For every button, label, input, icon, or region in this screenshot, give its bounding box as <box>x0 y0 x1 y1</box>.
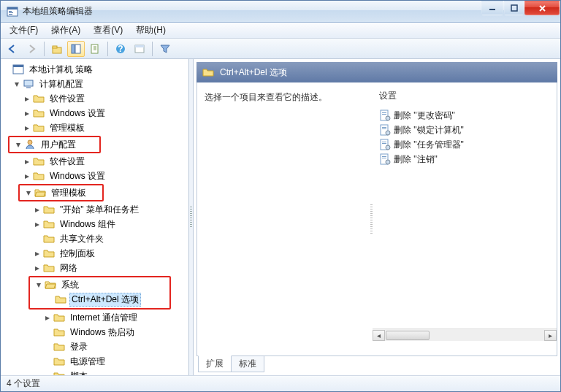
tab-standard[interactable]: 标准 <box>231 356 264 372</box>
content-title: Ctrl+Alt+Del 选项 <box>220 66 287 79</box>
tree-uc-windows[interactable]: ▸ Windows 设置 <box>2 169 188 183</box>
tree-logon[interactable]: ▸ 登录 <box>2 339 188 354</box>
tree-uc-software[interactable]: ▸ 软件设置 <box>2 154 188 169</box>
toolbar-separator <box>107 42 108 56</box>
folder-icon <box>43 218 55 230</box>
expander-expand-icon[interactable]: ▸ <box>23 94 31 103</box>
expander-collapse-icon[interactable]: ▾ <box>14 140 23 149</box>
tree-label: 软件设置 <box>47 92 87 106</box>
folder-icon <box>53 312 65 323</box>
expander-expand-icon[interactable]: ▸ <box>23 109 31 118</box>
properties-button[interactable] <box>131 41 148 57</box>
show-tree-button[interactable] <box>67 41 85 57</box>
tree-label: 管理模板 <box>47 121 87 135</box>
tree-label: 系统 <box>59 278 81 292</box>
setting-item[interactable]: 删除 "锁定计算机" <box>379 123 551 137</box>
tree-start-taskbar[interactable]: ▸ "开始" 菜单和任务栏 <box>2 202 188 217</box>
tree-computer-config[interactable]: ▾ 计算机配置 <box>2 77 188 91</box>
expander-expand-icon[interactable]: ▸ <box>23 172 31 180</box>
tree-label: 控制面板 <box>58 247 97 261</box>
tree-label: Windows 热启动 <box>68 326 137 339</box>
scroll-track[interactable] <box>385 330 544 341</box>
toolbar: ? <box>1 39 560 59</box>
description-prompt: 选择一个项目来查看它的描述。 <box>205 92 327 102</box>
svg-rect-5 <box>489 9 495 10</box>
content-body: 选择一个项目来查看它的描述。 设置 删除 "更改密码" 删除 "锁定计算机" <box>196 82 557 356</box>
folder-icon <box>33 122 45 134</box>
svg-rect-10 <box>75 45 80 53</box>
tab-extended[interactable]: 扩展 <box>198 356 232 372</box>
up-button[interactable] <box>48 41 66 57</box>
tree-root[interactable]: ▸ 本地计算机 策略 <box>2 62 188 77</box>
export-button[interactable] <box>86 41 104 57</box>
tree-label: 计算机配置 <box>37 77 85 91</box>
tree-cc-software[interactable]: ▸ 软件设置 <box>2 91 188 106</box>
svg-rect-17 <box>13 65 23 67</box>
expander-expand-icon[interactable]: ▸ <box>23 123 31 132</box>
setting-item[interactable]: 删除 "更改密码" <box>379 108 551 123</box>
tree-control-panel[interactable]: ▸ 控制面板 <box>2 246 188 261</box>
help-button[interactable]: ? <box>112 41 129 57</box>
tree-script[interactable]: ▸ 脚本 <box>2 369 188 375</box>
tree-cc-admin[interactable]: ▸ 管理模板 <box>2 120 188 135</box>
svg-rect-8 <box>53 46 57 48</box>
svg-point-24 <box>386 116 390 120</box>
menu-action[interactable]: 操作(A) <box>45 23 86 38</box>
folder-icon <box>33 93 45 104</box>
setting-item[interactable]: 删除 "注销" <box>379 152 551 166</box>
minimize-button[interactable] <box>481 1 503 15</box>
tree-hotstart[interactable]: ▸ Windows 热启动 <box>2 325 188 339</box>
tree-cad-options[interactable]: ▸ Ctrl+Alt+Del 选项 <box>30 292 169 307</box>
policy-tree[interactable]: ▸ 本地计算机 策略 ▾ 计算机配置 ▸ 软件设置 ▸ Wi <box>1 59 188 375</box>
tree-label: 管理模板 <box>49 186 88 200</box>
folder-icon <box>202 66 214 78</box>
expander-collapse-icon[interactable]: ▾ <box>24 188 33 197</box>
tree-internet-comm[interactable]: ▸ Internet 通信管理 <box>2 310 188 325</box>
tree-label: 脚本 <box>68 369 90 376</box>
maximize-button[interactable] <box>504 1 524 15</box>
tree-shared-folders[interactable]: ▸ 共享文件夹 <box>2 231 188 246</box>
close-button[interactable] <box>524 1 560 15</box>
menu-file[interactable]: 文件(F) <box>4 23 44 38</box>
scroll-thumb[interactable] <box>386 331 430 340</box>
svg-rect-31 <box>382 143 386 144</box>
tree-label: Internet 通信管理 <box>68 311 140 325</box>
policy-item-icon <box>379 109 391 121</box>
tree-system[interactable]: ▾ 系统 <box>30 277 169 292</box>
horizontal-scrollbar[interactable]: ◂ ▸ <box>373 328 557 341</box>
setting-item[interactable]: 删除 "任务管理器" <box>379 137 551 152</box>
expander-expand-icon[interactable]: ▸ <box>43 313 52 322</box>
expander-expand-icon[interactable]: ▸ <box>33 249 42 258</box>
tree-power[interactable]: ▸ 电源管理 <box>2 354 188 369</box>
expander-collapse-icon[interactable]: ▾ <box>34 280 43 289</box>
filter-button[interactable] <box>156 41 174 57</box>
expander-collapse-icon[interactable]: ▾ <box>12 80 21 88</box>
highlight-user-config: ▾ 用户配置 <box>8 136 101 153</box>
menu-help[interactable]: 帮助(H) <box>130 23 172 38</box>
svg-rect-22 <box>382 112 386 113</box>
back-button[interactable] <box>4 41 21 57</box>
description-column: 选择一个项目来查看它的描述。 <box>197 82 370 356</box>
forward-button[interactable] <box>23 41 40 57</box>
expander-expand-icon[interactable]: ▸ <box>33 205 42 214</box>
scroll-left-icon[interactable]: ◂ <box>373 330 385 341</box>
expander-expand-icon[interactable]: ▸ <box>23 157 31 166</box>
toolbar-separator <box>152 42 153 56</box>
menu-view[interactable]: 查看(V) <box>88 23 129 38</box>
window-controls <box>481 1 560 15</box>
tree-win-components[interactable]: ▸ Windows 组件 <box>2 217 188 231</box>
expander-expand-icon[interactable]: ▸ <box>33 220 42 228</box>
svg-rect-4 <box>9 14 12 15</box>
tree-user-config[interactable]: ▾ 用户配置 <box>9 137 99 152</box>
tree-cc-windows[interactable]: ▸ Windows 设置 <box>2 106 188 120</box>
svg-rect-1 <box>7 7 18 9</box>
svg-rect-19 <box>26 87 31 88</box>
menubar: 文件(F) 操作(A) 查看(V) 帮助(H) <box>1 23 560 39</box>
tree-network[interactable]: ▸ 网络 <box>2 261 188 275</box>
settings-column: 设置 删除 "更改密码" 删除 "锁定计算机" 删除 "任务管理器" <box>373 82 557 356</box>
expander-expand-icon[interactable]: ▸ <box>33 264 42 272</box>
policy-item-icon <box>379 139 391 150</box>
scroll-right-icon[interactable]: ▸ <box>544 330 557 341</box>
body-area: ▸ 本地计算机 策略 ▾ 计算机配置 ▸ 软件设置 ▸ Wi <box>1 59 560 375</box>
tree-uc-admin[interactable]: ▾ 管理模板 <box>20 185 102 200</box>
